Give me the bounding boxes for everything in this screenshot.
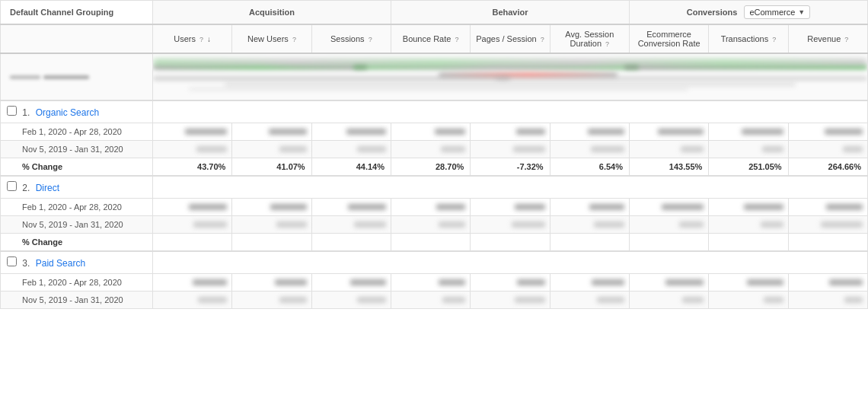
col-transactions-header[interactable]: Transactions ? [709, 24, 788, 53]
direct-pct-label: % Change [1, 234, 153, 252]
avgsession-tip-icon: ? [605, 40, 609, 48]
direct-d2-revenue [788, 216, 867, 234]
direct-pct-bounce [391, 234, 470, 252]
paid-search-date1-row: Feb 1, 2020 - Apr 28, 2020 [1, 274, 868, 292]
paid-d2-pages [471, 292, 550, 309]
organic-pct-label: % Change [1, 158, 153, 177]
col-ecommerce-header[interactable]: Ecommerce Conversion Rate [629, 24, 708, 53]
direct-d2-pages [471, 216, 550, 234]
direct-d2-sessions [311, 216, 391, 234]
organic-d1-users [153, 123, 232, 141]
col-channel-header [1, 24, 153, 53]
paid-d2-transactions [709, 292, 788, 309]
col-users-header[interactable]: Users ? ↓ [153, 24, 232, 53]
organic-pct-pages: -7.32% [471, 158, 550, 177]
paid-search-name-row: 3. Paid Search [1, 251, 868, 274]
col-revenue-header[interactable]: Revenue ? [788, 24, 867, 53]
organic-search-link[interactable]: Organic Search [36, 107, 99, 118]
conversions-header: Conversions eCommerce ▼ [629, 1, 867, 25]
direct-date2-label: Nov 5, 2019 - Jan 31, 2020 [1, 216, 153, 234]
direct-date1-row: Feb 1, 2020 - Apr 28, 2020 [1, 199, 868, 216]
organic-pct-sessions: 44.14% [311, 158, 391, 177]
direct-link[interactable]: Direct [36, 183, 59, 193]
paid-search-date2-row: Nov 5, 2019 - Jan 31, 2020 [1, 292, 868, 309]
organic-d2-newusers [232, 141, 311, 158]
direct-sparkline-cell [153, 176, 868, 199]
direct-number: 2. [22, 183, 30, 193]
conversions-option-label: eCommerce [749, 8, 795, 17]
organic-d1-pages [471, 123, 550, 141]
col-avgsession-header[interactable]: Avg. Session Duration ? [550, 24, 629, 53]
paid-d1-pages [471, 274, 550, 292]
channel-grouping-label: Default Channel Grouping [10, 8, 113, 17]
paid-d2-avgsession [550, 292, 629, 309]
behavior-header: Behavior [391, 1, 629, 25]
organic-pct-avgsession: 6.54% [550, 158, 629, 177]
chart-canvas-cell [153, 53, 868, 100]
organic-pct-transactions: 251.05% [709, 158, 788, 177]
direct-d1-sessions [311, 199, 391, 216]
organic-search-number: 1. [22, 107, 30, 118]
organic-pct-bounce: 28.70% [391, 158, 470, 177]
channel-grouping-header: Default Channel Grouping [1, 1, 153, 25]
direct-d2-transactions [709, 216, 788, 234]
organic-d2-revenue [788, 141, 867, 158]
direct-d1-newusers [232, 199, 311, 216]
organic-search-date2-label: Nov 5, 2019 - Jan 31, 2020 [1, 141, 153, 158]
transactions-tip-icon: ? [772, 36, 776, 43]
col-sessions-header[interactable]: Sessions ? [311, 24, 391, 53]
direct-pct-users [153, 234, 232, 252]
paid-d2-ecommerce [629, 292, 708, 309]
organic-search-channel-cell: 1. Organic Search [1, 100, 153, 123]
dropdown-arrow-icon: ▼ [798, 8, 805, 16]
users-sort-icon[interactable]: ↓ [207, 35, 211, 43]
chart-row [1, 53, 868, 100]
direct-pct-avgsession [550, 234, 629, 252]
organic-search-checkbox[interactable] [7, 106, 17, 116]
conversions-label: Conversions [687, 8, 738, 17]
col-bounce-header[interactable]: Bounce Rate ? [391, 24, 470, 53]
direct-d1-revenue [788, 199, 867, 216]
direct-d1-users [153, 199, 232, 216]
col-pages-header[interactable]: Pages / Session ? [471, 24, 550, 53]
revenue-tip-icon: ? [844, 36, 848, 43]
direct-date1-label: Feb 1, 2020 - Apr 28, 2020 [1, 199, 153, 216]
paid-d2-newusers [232, 292, 311, 309]
newusers-tip-icon: ? [292, 36, 296, 43]
organic-search-date1-row: Feb 1, 2020 - Apr 28, 2020 [1, 123, 868, 141]
organic-d1-transactions [709, 123, 788, 141]
organic-d2-transactions [709, 141, 788, 158]
paid-d1-ecommerce [629, 274, 708, 292]
direct-pct-revenue [788, 234, 867, 252]
bounce-tip-icon: ? [455, 36, 458, 43]
pages-tip-icon: ? [541, 36, 544, 43]
paid-d1-sessions [311, 274, 391, 292]
organic-search-pct-row: % Change 43.70% 41.07% 44.14% 28.70% -7.… [1, 158, 868, 177]
organic-d1-newusers [232, 123, 311, 141]
paid-search-link[interactable]: Paid Search [36, 258, 85, 269]
paid-d1-bounce [391, 274, 470, 292]
organic-search-name-row: 1. Organic Search [1, 100, 868, 123]
paid-d1-transactions [709, 274, 788, 292]
organic-pct-newusers: 41.07% [232, 158, 311, 177]
paid-search-date1-label: Feb 1, 2020 - Apr 28, 2020 [1, 274, 153, 292]
direct-d1-transactions [709, 199, 788, 216]
direct-pct-row: % Change [1, 234, 868, 252]
paid-search-channel-cell: 3. Paid Search [1, 251, 153, 274]
col-newusers-header[interactable]: New Users ? [232, 24, 311, 53]
conversions-dropdown[interactable]: eCommerce ▼ [744, 5, 810, 19]
organic-d2-avgsession [550, 141, 629, 158]
direct-d1-ecommerce [629, 199, 708, 216]
direct-pct-newusers [232, 234, 311, 252]
paid-search-sparkline-cell [153, 251, 868, 274]
direct-pct-sessions [311, 234, 391, 252]
direct-checkbox[interactable] [7, 181, 17, 191]
direct-pct-ecommerce [629, 234, 708, 252]
paid-search-checkbox[interactable] [7, 256, 17, 266]
direct-d2-newusers [232, 216, 311, 234]
direct-date2-row: Nov 5, 2019 - Jan 31, 2020 [1, 216, 868, 234]
users-tip-icon: ? [199, 36, 203, 43]
direct-d2-avgsession [550, 216, 629, 234]
paid-d1-revenue [788, 274, 867, 292]
direct-d1-avgsession [550, 199, 629, 216]
